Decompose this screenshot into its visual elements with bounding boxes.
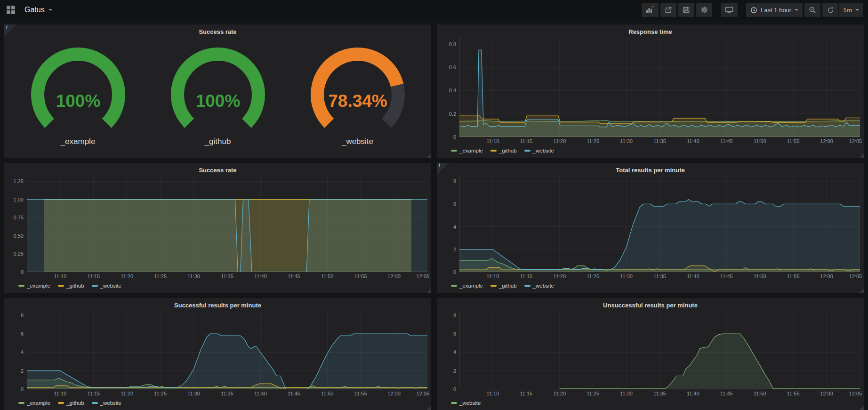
legend-item-example[interactable]: _example	[18, 283, 50, 289]
response-time-chart: 00.20.40.60.8 11:1011:1511:2011:2511:301…	[441, 37, 860, 156]
gauge-label: _website	[342, 137, 373, 146]
panel-resize-handle[interactable]	[427, 406, 431, 410]
y-axis-label: 8	[21, 313, 24, 318]
refresh-interval-dropdown[interactable]: 1m	[839, 3, 863, 17]
refresh-button[interactable]	[822, 3, 838, 17]
legend-swatch	[18, 402, 24, 404]
panel-title[interactable]: Success rate	[8, 165, 427, 176]
legend: _example_github_website	[8, 398, 427, 408]
legend-item-website[interactable]: _website	[524, 283, 554, 289]
x-axis: 11:1011:1511:2011:2511:3011:3511:4011:45…	[459, 389, 860, 398]
tv-mode-button[interactable]	[721, 3, 738, 17]
y-axis-label: 0.6	[449, 64, 456, 70]
chevron-down-icon	[795, 9, 798, 11]
legend: _example_github_website	[441, 145, 860, 156]
x-axis-label: 11:40	[254, 273, 267, 279]
legend-item-example[interactable]: _example	[18, 400, 50, 406]
x-axis-label: 11:40	[687, 391, 699, 396]
x-axis-label: 12:05	[417, 391, 430, 396]
legend-swatch	[490, 150, 497, 152]
x-axis-label: 11:50	[321, 391, 334, 396]
y-axis-label: 0	[453, 269, 456, 275]
plot-area[interactable]	[27, 176, 427, 272]
y-axis-label: 2	[453, 368, 456, 374]
x-axis-label: 11:10	[54, 391, 67, 396]
unsuccessful-results-chart: 02468 11:1011:1511:2011:2511:3011:3511:4…	[441, 311, 860, 408]
dashboard-grid: i Success rate 100%_example100%_github78…	[0, 20, 868, 410]
panel-success-rate-gauges: i Success rate 100%_example100%_github78…	[4, 24, 431, 158]
legend-label: _github	[66, 400, 84, 406]
panel-resize-handle[interactable]	[860, 406, 864, 410]
legend-label: _github	[499, 148, 517, 153]
save-button[interactable]	[678, 3, 694, 17]
x-axis-label: 11:15	[520, 391, 532, 396]
time-range-picker[interactable]: Last 1 hour	[746, 3, 803, 17]
x-axis-label: 11:30	[187, 273, 200, 279]
x-axis-label: 11:45	[720, 138, 733, 144]
panel-resize-handle[interactable]	[860, 153, 864, 158]
plot-area[interactable]	[459, 311, 860, 389]
zoom-out-icon	[809, 6, 816, 14]
x-axis-label: 11:20	[121, 391, 133, 396]
legend-label: _website	[459, 400, 481, 406]
y-axis-label: 0	[21, 386, 24, 392]
x-axis-label: 11:20	[553, 391, 566, 396]
y-axis-label: 2	[453, 247, 456, 252]
x-axis-label: 11:40	[687, 138, 699, 144]
legend-item-github[interactable]: _github	[490, 148, 517, 153]
panel-title[interactable]: Response time	[441, 27, 860, 37]
panel-resize-handle[interactable]	[427, 289, 431, 293]
panel-success-rate-timeseries: Success rate 00.250.500.751.001.25 11:10…	[4, 163, 431, 293]
x-axis-label: 11:55	[787, 391, 800, 396]
plot-area[interactable]	[459, 176, 860, 272]
legend-item-github[interactable]: _github	[58, 400, 84, 406]
x-axis-label: 11:45	[720, 391, 733, 396]
legend-item-github[interactable]: _github	[490, 283, 517, 289]
chart-svg	[27, 311, 427, 389]
gauge-label: _github	[205, 137, 231, 146]
gauge-label: _example	[61, 137, 96, 146]
panel-title[interactable]: Success rate	[8, 27, 427, 37]
add-panel-button[interactable]	[642, 3, 659, 17]
plot-area[interactable]	[27, 311, 427, 389]
add-panel-icon	[646, 6, 654, 14]
gauge-website: 78.34%_website	[299, 45, 417, 146]
gauge-arc: 78.34%	[299, 45, 417, 137]
zoom-out-button[interactable]	[804, 3, 820, 17]
legend-item-website[interactable]: _website	[524, 148, 554, 153]
y-axis-label: 0	[21, 269, 24, 275]
x-axis-label: 11:30	[187, 391, 200, 396]
legend-item-website[interactable]: _website	[92, 283, 121, 289]
plot-area[interactable]	[459, 37, 860, 137]
x-axis-label: 11:25	[587, 138, 599, 144]
panel-resize-handle[interactable]	[427, 153, 431, 158]
y-axis: 02468	[8, 311, 27, 389]
x-axis-label: 12:00	[387, 391, 401, 396]
x-axis-label: 11:45	[720, 273, 733, 279]
x-axis-label: 11:35	[221, 273, 233, 279]
dashboard-title-dropdown[interactable]: Gatus	[22, 4, 55, 16]
share-button[interactable]	[660, 3, 676, 17]
legend-item-website[interactable]: _website	[92, 400, 121, 406]
monitor-icon	[725, 6, 733, 14]
refresh-interval-label: 1m	[843, 7, 852, 14]
panel-title[interactable]: Total results per minute	[441, 165, 860, 176]
x-axis-label: 11:15	[87, 273, 100, 279]
share-icon	[665, 6, 672, 14]
panel-title[interactable]: Unsuccessful results per minute	[441, 300, 860, 311]
y-axis-label: 0.75	[14, 215, 24, 220]
dashboards-grid-icon[interactable]	[7, 6, 15, 14]
panel-title[interactable]: Successful results per minute	[8, 300, 427, 311]
legend-item-example[interactable]: _example	[451, 148, 483, 153]
y-axis-label: 4	[453, 224, 456, 230]
legend-label: _example	[27, 400, 50, 406]
legend-item-github[interactable]: _github	[58, 283, 84, 289]
x-axis-label: 11:15	[87, 391, 100, 396]
settings-button[interactable]	[696, 3, 712, 17]
y-axis-label: 6	[21, 331, 24, 337]
gauge-value: 100%	[56, 91, 100, 111]
panel-resize-handle[interactable]	[860, 289, 864, 293]
legend-item-example[interactable]: _example	[451, 283, 483, 289]
legend-label: _github	[66, 283, 84, 289]
legend-item-website[interactable]: _website	[451, 400, 481, 406]
